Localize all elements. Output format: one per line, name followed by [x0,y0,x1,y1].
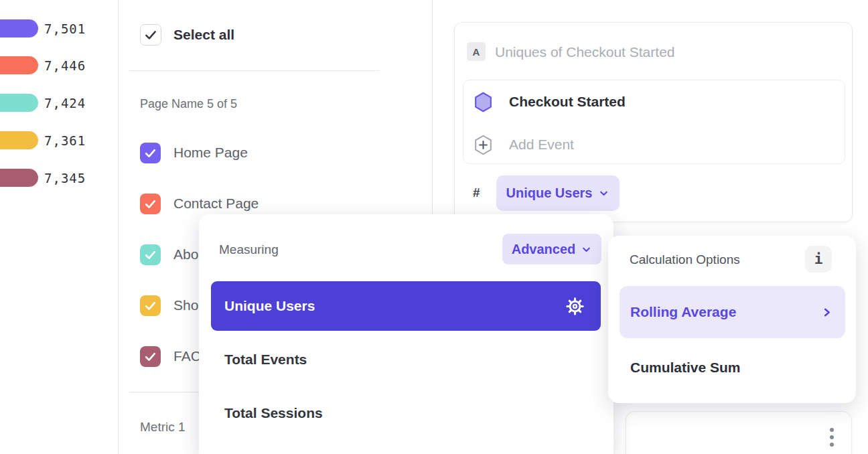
select-all-label: Select all [173,27,234,43]
checkbox-faq-page[interactable] [140,346,161,367]
legend-bar [0,131,38,149]
menu-item-cumulative-sum[interactable]: Cumulative Sum [630,360,741,376]
legend-value: 7,361 [44,131,104,149]
advanced-mode-dropdown[interactable]: Advanced [502,234,601,264]
legend-value: 7,345 [44,169,104,187]
filter-item-label[interactable]: Sho [173,297,198,313]
event-card: Checkout Started Add Event [463,80,845,164]
aggregation-value: Unique Users [506,185,593,201]
menu-item-rolling-average[interactable]: Rolling Average [620,286,845,338]
select-all-checkbox[interactable] [140,24,161,46]
measuring-menu-title: Measuring [219,242,279,257]
event-hexagon-icon [474,92,493,112]
app-window: 7,501 7,446 7,424 7,361 7,345 Select all… [0,0,868,454]
check-icon [144,147,157,159]
legend-bar [0,56,38,74]
gear-icon[interactable] [565,297,585,316]
results-card [626,411,852,454]
aggregation-prefix: # [473,185,480,200]
legend-bar [0,19,38,37]
checkbox-shop-page[interactable] [140,295,161,316]
calculation-options-menu: Calculation Options i Rolling Average Cu… [608,236,856,403]
query-builder-card: A Uniques of Checkout Started Checkout S… [454,22,853,222]
series-name-input[interactable]: Uniques of Checkout Started [495,44,675,60]
menu-item-unique-users[interactable]: Unique Users [211,281,601,331]
filter-item-label[interactable]: Contact Page [173,196,259,212]
check-icon [144,248,157,261]
series-badge: A [467,42,486,61]
legend-value: 7,501 [44,19,104,37]
legend-value: 7,446 [44,56,104,74]
divider [129,70,379,71]
legend-value: 7,424 [44,94,104,112]
more-options-icon[interactable] [830,428,834,447]
filter-item-label[interactable]: Home Page [173,145,248,161]
advanced-mode-value: Advanced [512,242,576,257]
chevron-down-icon [598,187,609,199]
menu-item-total-sessions[interactable]: Total Sessions [224,405,323,421]
add-event-button[interactable]: Add Event [509,137,574,153]
menu-item-label: Unique Users [224,298,315,314]
calculation-options-title: Calculation Options [630,252,740,267]
legend-bar [0,169,38,187]
check-icon [144,299,157,312]
measuring-menu: Measuring Advanced Unique Users [199,214,613,454]
filter-item-label[interactable]: Abo [173,246,198,262]
checkbox-about-page[interactable] [140,244,161,265]
chevron-down-icon [581,244,592,255]
metric-label: Metric 1 [140,420,186,435]
filter-item-label[interactable]: FAC [173,348,201,364]
checkbox-home-page[interactable] [140,143,161,163]
add-event-icon[interactable] [474,135,493,155]
check-icon [144,350,157,363]
check-icon [144,28,157,42]
checkbox-contact-page[interactable] [140,194,161,214]
event-name[interactable]: Checkout Started [509,94,626,110]
menu-item-total-events[interactable]: Total Events [224,352,307,368]
menu-item-label: Rolling Average [630,304,736,320]
info-icon[interactable]: i [805,246,832,273]
filter-group-label: Page Name 5 of 5 [140,97,237,111]
check-icon [144,198,157,210]
chevron-right-icon [820,306,833,319]
aggregation-dropdown[interactable]: Unique Users [496,175,620,211]
column-divider [118,0,119,454]
legend-bar [0,94,38,112]
